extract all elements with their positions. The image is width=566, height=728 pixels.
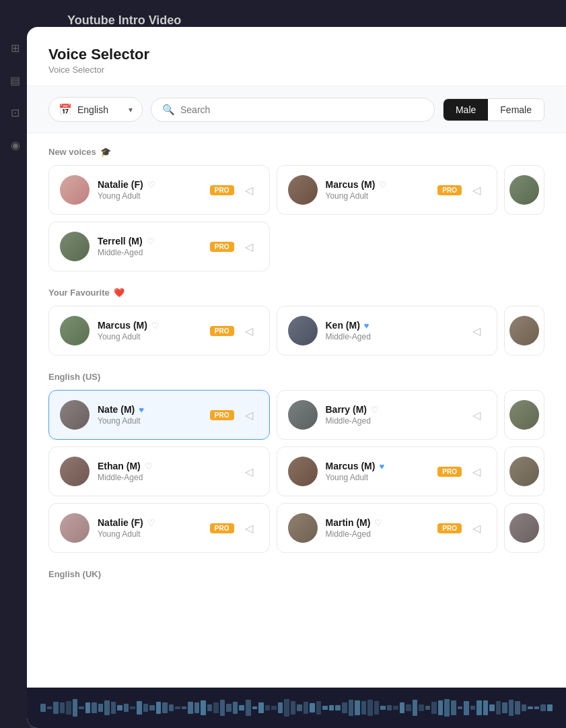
play-button-martin-m[interactable]: ◁ (467, 519, 486, 537)
voice-age-marcus-us: Young Adult (326, 473, 430, 482)
voice-name-row: Marcus (M) ♥ (326, 461, 430, 471)
voice-name-row: Natalie (F) ♡ (98, 517, 202, 528)
language-dropdown[interactable]: 📅 English ▾ (48, 97, 143, 122)
voice-name-row: Ken (M) ♥ (326, 320, 460, 331)
voice-card-martin-m[interactable]: Martin (M) ♡ Middle-Aged PRO ◁ (277, 503, 498, 553)
tab-male[interactable]: Male (444, 99, 488, 121)
avatar-marcus-m-new (288, 175, 318, 205)
voice-selector-modal: Voice Selector Voice Selector 📅 English … (27, 27, 566, 728)
section-english-uk-title: English (UK) (48, 569, 544, 579)
voice-age-marcus-fav: Young Adult (98, 332, 202, 341)
heart-icon-nate-m[interactable]: ♥ (139, 405, 144, 415)
voice-card-marcus-us[interactable]: Marcus (M) ♥ Young Adult PRO ◁ (277, 446, 498, 496)
voice-name-row: Martin (M) ♡ (326, 517, 430, 528)
voice-card-natalie-us[interactable]: Natalie (F) ♡ Young Adult PRO ◁ (48, 503, 270, 553)
heart-icon-natalie-us[interactable]: ♡ (147, 518, 155, 528)
pro-badge-natalie-us: PRO (210, 523, 234, 533)
heart-icon-terrell-m[interactable]: ♡ (147, 236, 155, 246)
voice-card-nate-m[interactable]: Nate (M) ♥ Young Adult PRO ◁ (48, 390, 270, 440)
voice-card-terrell-m[interactable]: Terrell (M) ♡ Middle-Aged PRO ◁ (48, 222, 270, 271)
heart-icon-martin-m[interactable]: ♡ (374, 518, 382, 528)
partial-card-new1 (504, 165, 544, 215)
voice-actions-marcus-fav: PRO ◁ (210, 321, 258, 340)
section-new-voices-title: New voices 🎓 (48, 147, 544, 157)
left-sidebar: ▐▌ ⊞ ▤ ⊡ ◉ (0, 0, 30, 728)
play-button-marcus-m-new[interactable]: ◁ (467, 180, 486, 199)
voice-card-ethan-m[interactable]: Ethan (M) ♡ Middle-Aged ◁ (48, 446, 270, 496)
avatar-partial-us2 (509, 457, 539, 486)
pro-badge-terrell-m: PRO (210, 242, 234, 252)
heart-icon-ken-m[interactable]: ♥ (364, 321, 369, 331)
voice-card-barry-m[interactable]: Barry (M) ♡ Middle-Aged ◁ (277, 390, 498, 440)
voice-actions-martin-m: PRO ◁ (437, 519, 486, 537)
chevron-down-icon: ▾ (129, 105, 133, 114)
voice-info-marcus-fav: Marcus (M) ♡ Young Adult (98, 320, 202, 341)
section-your-favourite-title: Your Favourite ❤️ (48, 288, 544, 298)
heart-icon-marcus-fav[interactable]: ♡ (151, 321, 160, 331)
avatar-partial-fav1 (509, 316, 539, 345)
heart-icon-barry-m[interactable]: ♡ (371, 405, 379, 415)
voice-name-barry-m: Barry (M) (326, 404, 367, 415)
voice-name-marcus-m-new: Marcus (M) (326, 179, 376, 190)
voice-name-marcus-fav: Marcus (M) (98, 320, 147, 331)
voice-info-marcus-us: Marcus (M) ♥ Young Adult (326, 461, 430, 482)
voice-name-martin-m: Martin (M) (326, 517, 371, 528)
avatar-marcus-us (288, 457, 318, 486)
voice-name-row: Marcus (M) ♡ (98, 320, 202, 331)
voice-age-martin-m: Middle-Aged (326, 529, 430, 539)
voice-actions-natalie-f-new: PRO ◁ (210, 180, 258, 199)
voice-age-natalie-f-new: Young Adult (98, 191, 202, 201)
sidebar-icon-user[interactable]: ◉ (5, 134, 26, 156)
partial-card-us1 (504, 390, 544, 440)
sidebar-icon-doc[interactable]: ▤ (5, 69, 26, 91)
language-label: English (77, 104, 108, 115)
play-button-natalie-f-new[interactable]: ◁ (240, 180, 258, 199)
heart-icon-natalie-f-new[interactable]: ♡ (147, 180, 155, 190)
section-new-voices-label: New voices (48, 147, 96, 157)
search-icon: 🔍 (162, 104, 175, 116)
play-button-marcus-us[interactable]: ◁ (467, 462, 486, 481)
avatar-natalie-f-new (60, 175, 90, 205)
play-button-natalie-us[interactable]: ◁ (240, 519, 258, 537)
voice-card-natalie-f-new[interactable]: Natalie (F) ♡ Young Adult PRO ◁ (48, 165, 270, 215)
play-button-ken-m[interactable]: ◁ (467, 321, 486, 340)
voice-info-natalie-us: Natalie (F) ♡ Young Adult (98, 517, 202, 539)
play-button-marcus-fav[interactable]: ◁ (240, 321, 258, 340)
avatar-nate-m (60, 400, 90, 430)
heart-icon-marcus-m-new[interactable]: ♡ (379, 180, 387, 190)
section-new-voices: New voices 🎓 Natalie (F) ♡ Young Adult (48, 147, 544, 271)
voice-actions-natalie-us: PRO ◁ (210, 519, 258, 537)
tab-female[interactable]: Female (488, 99, 544, 121)
play-button-ethan-m[interactable]: ◁ (240, 462, 258, 481)
voice-actions-barry-m: ◁ (467, 405, 486, 424)
heart-red-icon: ❤️ (114, 288, 125, 298)
avatar-terrell-m (60, 232, 90, 261)
voice-name-nate-m: Nate (M) (98, 404, 135, 415)
search-input[interactable] (180, 104, 423, 115)
modal-body: New voices 🎓 Natalie (F) ♡ Young Adult (27, 133, 566, 688)
voice-info-nate-m: Nate (M) ♥ Young Adult (98, 404, 202, 426)
voice-card-marcus-fav[interactable]: Marcus (M) ♡ Young Adult PRO ◁ (48, 306, 270, 356)
voice-name-natalie-f-new: Natalie (F) (98, 179, 143, 190)
voice-actions-terrell-m: PRO ◁ (210, 237, 258, 256)
heart-icon-marcus-us[interactable]: ♥ (379, 461, 384, 471)
play-button-barry-m[interactable]: ◁ (467, 405, 486, 424)
voice-actions-ken-m: ◁ (467, 321, 486, 340)
modal-header: Voice Selector Voice Selector (27, 27, 566, 86)
section-english-us: English (US) Nate (M) ♥ Young Adult (48, 372, 544, 553)
voice-card-marcus-m-new[interactable]: Marcus (M) ♡ Young Adult PRO ◁ (277, 165, 498, 215)
section-english-uk: English (UK) (48, 569, 544, 579)
pro-badge-marcus-us: PRO (437, 467, 462, 477)
voice-info-terrell-m: Terrell (M) ♡ Middle-Aged (98, 236, 202, 257)
voice-name-ethan-m: Ethan (M) (98, 461, 141, 471)
voice-name-terrell-m: Terrell (M) (98, 236, 143, 246)
pro-badge-nate-m: PRO (210, 410, 234, 420)
sidebar-icon-image[interactable]: ⊡ (5, 102, 26, 123)
voice-card-ken-m[interactable]: Ken (M) ♥ Middle-Aged ◁ (277, 306, 498, 356)
partial-card-us2 (504, 446, 544, 496)
heart-icon-ethan-m[interactable]: ♡ (145, 461, 153, 471)
voice-info-natalie-f-new: Natalie (F) ♡ Young Adult (98, 179, 202, 201)
section-english-us-label: English (US) (48, 372, 100, 382)
play-button-nate-m[interactable]: ◁ (240, 405, 258, 424)
play-button-terrell-m[interactable]: ◁ (240, 237, 258, 256)
